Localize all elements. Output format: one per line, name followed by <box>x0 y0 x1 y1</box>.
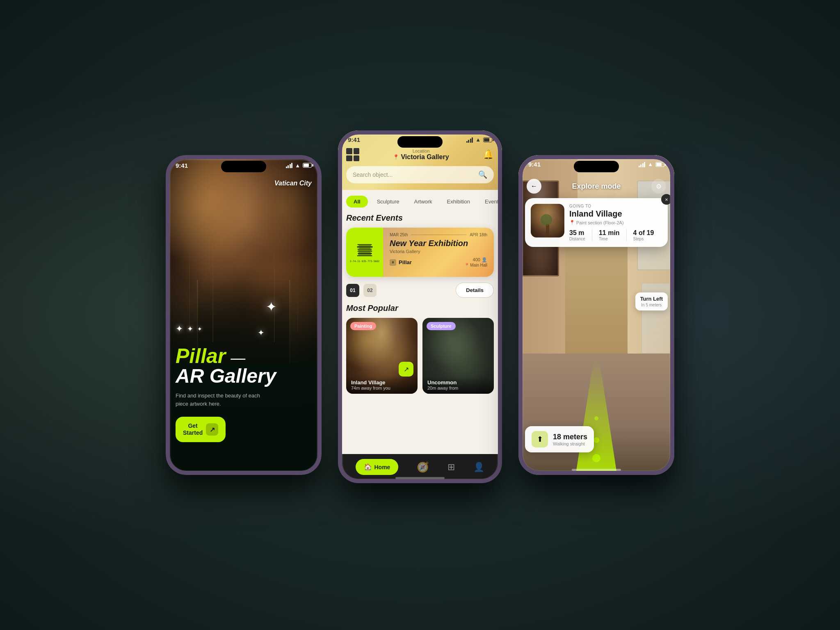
get-started-label: GetStarted <box>183 422 203 436</box>
tab-artwork[interactable]: Artwork <box>409 196 438 208</box>
ticket-attendees: 400 👤📍 Main Hall <box>464 257 487 267</box>
stat-steps: 4 of 19 Steps <box>633 229 654 241</box>
nav-grid-icon[interactable]: ⊞ <box>447 462 455 472</box>
ticket-organizer: II Pillar <box>390 259 412 266</box>
artwork-distance-1: 74m away from you <box>351 386 413 390</box>
filter-tabs: All Sculpture Artwork Exhibition Event <box>338 190 502 213</box>
artwork-info-card: × GOING TO Inland Village 📍 Paint sectio… <box>525 198 668 247</box>
phone-2-main: 9:41 ▲ <box>338 130 502 483</box>
status-icons-3: ▲ <box>639 161 664 167</box>
distance-value: 18 meters <box>553 433 587 441</box>
search-bar[interactable]: Search object... 🔍 <box>346 166 494 183</box>
stat-distance: 35 m Distance <box>569 229 585 241</box>
search-placeholder: Search object... <box>353 171 393 178</box>
ar-settings-button[interactable]: ⚙ <box>651 179 666 194</box>
artwork-card-uncommon[interactable]: Sculpture Uncommon 20m away from <box>422 318 494 394</box>
ar-stats: 35 m Distance 11 min Time 4 of 19 Steps <box>569 229 662 241</box>
ticket-barcode-section: 2-74-11-935-773-5602 <box>346 228 383 277</box>
ticket-event-title: New Year Exhibition <box>390 239 487 248</box>
status-time-2: 9:41 <box>348 136 360 143</box>
artwork-card-info: GOING TO Inland Village 📍 Paint section … <box>569 204 662 241</box>
status-time-3: 9:41 <box>528 161 541 168</box>
notification-bell-icon[interactable]: 🔔 <box>483 149 494 160</box>
location-label: Location <box>393 148 449 153</box>
ticket-date-start: MAR 25th <box>390 233 408 237</box>
artwork-grid: Painting ↗ Inland Village 74m away from … <box>338 318 502 394</box>
splash-brand-name: Pillar <box>176 346 226 366</box>
ar-nav-bar: ← Explore mode ⚙ <box>518 176 674 197</box>
walking-icon: ⬆ <box>532 431 548 447</box>
splash-title: Pillar — <box>176 346 312 366</box>
ar-mode-title: Explore mode <box>572 182 621 191</box>
going-to-label: GOING TO <box>569 204 662 208</box>
barcode-number: 2-74-11-935-773-5602 <box>350 260 379 262</box>
status-time-1: 9:41 <box>176 162 188 169</box>
dynamic-island-2 <box>397 136 443 148</box>
ticket-info-section: MAR 25th APR 18th New Year Exhibition Vi… <box>383 228 494 277</box>
status-icons-1: ▲ <box>286 162 312 169</box>
most-popular-title: Most Popular <box>338 304 502 318</box>
location-display: Location 📍 Victoria Gallery <box>393 148 449 161</box>
phone-1-splash: 9:41 ▲ <box>166 155 322 475</box>
close-icon[interactable]: × <box>661 194 672 205</box>
home-indicator-2 <box>395 477 445 479</box>
nav-compass-icon[interactable]: 🧭 <box>417 461 429 473</box>
event-ticket[interactable]: 2-74-11-935-773-5602 MAR 25th APR 18th N… <box>346 228 494 277</box>
tab-all[interactable]: All <box>346 196 368 208</box>
splash-location: Vatican City <box>274 180 312 187</box>
turn-left-text: Turn Left <box>640 296 663 302</box>
stat-separator-2 <box>626 229 627 241</box>
splash-subtitle: Find and inspect the beauty of each piec… <box>176 392 262 408</box>
ticket-dot-1[interactable]: 01 <box>346 284 359 297</box>
distance-label: Walking straight <box>553 441 587 446</box>
nav-home[interactable]: 🏠 Home <box>356 459 399 475</box>
get-started-button[interactable]: GetStarted ↗ <box>176 417 226 442</box>
painting-badge: Painting <box>350 322 376 330</box>
ticket-dot-2[interactable]: 02 <box>363 284 377 297</box>
ar-back-button[interactable]: ← <box>527 179 541 194</box>
sculpture-badge: Sculpture <box>427 322 456 330</box>
menu-icon[interactable] <box>346 148 359 161</box>
ticket-venue: Victoria Gallery <box>390 249 487 254</box>
ticket-navigation: 01 02 Details <box>338 283 502 304</box>
arrow-icon: ↗ <box>206 423 218 436</box>
artwork-card-inland-village[interactable]: Painting ↗ Inland Village 74m away from … <box>346 318 418 394</box>
splash-sparkles: ✦ ✦ ✦ ✦ ✦ <box>176 324 202 334</box>
dynamic-island-3 <box>574 161 619 172</box>
splash-dash: — <box>231 351 245 365</box>
walking-distance-card: ⬆ 18 meters Walking straight <box>525 426 594 452</box>
home-indicator-3 <box>572 469 621 471</box>
search-icon[interactable]: 🔍 <box>478 170 487 179</box>
recent-events-title: Recent Events <box>338 213 502 228</box>
artwork-distance-2: 20m away from <box>427 386 489 390</box>
tab-sculpture[interactable]: Sculpture <box>371 196 405 208</box>
splash-main-title: AR Gallery <box>176 366 312 386</box>
status-icons-2: ▲ <box>466 137 492 143</box>
nav-person-icon[interactable]: 👤 <box>473 462 484 472</box>
tab-exhibition[interactable]: Exhibition <box>441 196 476 208</box>
turn-left-sub: In 5 meters <box>640 303 663 307</box>
ticket-date-end: APR 18th <box>470 233 487 237</box>
turn-left-indicator: Turn Left In 5 meters <box>635 292 668 310</box>
artwork-link-icon[interactable]: ↗ <box>399 362 413 377</box>
artwork-card-location: 📍 Paint section (Floor-2A) <box>569 220 662 225</box>
tab-event[interactable]: Event <box>479 196 502 208</box>
stat-time: 11 min Time <box>599 229 620 241</box>
artwork-card-name: Inland Village <box>569 209 662 218</box>
artwork-thumbnail <box>531 204 564 237</box>
dynamic-island-1 <box>221 161 266 172</box>
details-button[interactable]: Details <box>456 283 494 298</box>
artwork-name-1: Inland Village <box>351 379 413 386</box>
artwork-name-2: Uncommon <box>427 379 489 386</box>
phone-3-ar: 9:41 ▲ ← Explore mode ⚙ <box>518 155 674 475</box>
location-name: 📍 Victoria Gallery <box>393 153 449 161</box>
stat-separator-1 <box>592 229 592 241</box>
